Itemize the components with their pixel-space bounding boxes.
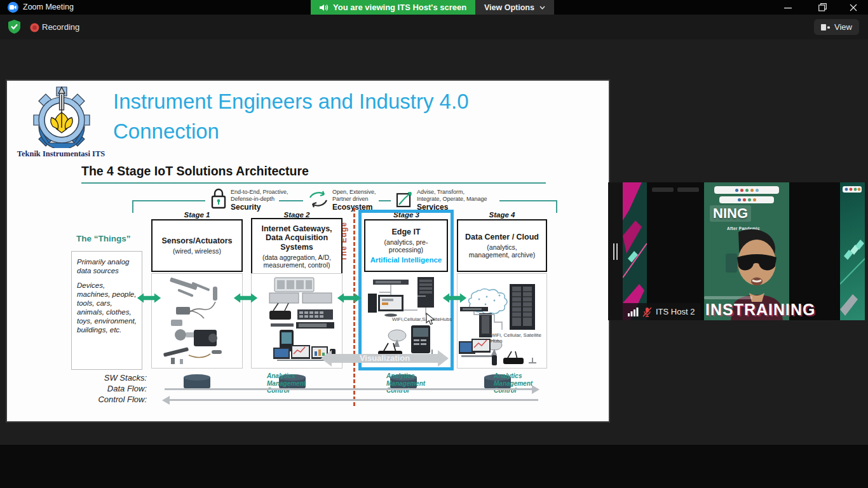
participant-name-label: ITS Host 2 (623, 303, 701, 320)
data-flow-label: Data Flow: (32, 384, 147, 393)
participant-name: ITS Host 2 (656, 307, 695, 316)
viewing-screen-banner: You are viewing ITS Host's screen (311, 0, 475, 15)
stage3-box: Edge IT (analytics, pre- processing) Art… (364, 219, 448, 272)
stage4-hubs-text: WiFi, Cellular, Satellite Hubs (491, 332, 546, 344)
pillar-desc: Open, Extensive, Partner driven (332, 189, 376, 202)
video-letterbox-right (789, 182, 840, 320)
stage-label: Stage 4 (457, 211, 547, 219)
stage-label: Stage 1 (151, 211, 243, 219)
view-button-label: View (834, 22, 852, 32)
things-box: Primarily analog data sources Devices, m… (71, 251, 142, 370)
stage-title: Internet Gateways, Data Acquisition Syst… (261, 224, 332, 252)
pillar-label: Security (231, 203, 261, 212)
bracket-line (132, 200, 133, 213)
heading-rule (81, 182, 546, 184)
restore-button[interactable] (808, 0, 837, 15)
pillar-desc: Advise, Transform, Integrate, Operate, M… (417, 189, 487, 202)
things-title: The “Things” (76, 234, 131, 243)
edge-divider-line (353, 208, 355, 406)
ecosystem-icon (308, 190, 329, 209)
bracket-line (556, 200, 557, 213)
stage1-devices-panel (151, 273, 243, 369)
meeting-info-bar: Recording View (0, 15, 868, 39)
its-logo (32, 85, 91, 148)
analytics-stack-label: Analytics Management Control (267, 372, 306, 395)
mouse-cursor (426, 313, 435, 325)
stage2-box: Internet Gateways, Data Acquisition Syst… (251, 218, 342, 275)
chevron-down-icon (539, 6, 545, 10)
flow-arrow-icon (136, 291, 162, 305)
things-para: Primarily analog data sources (77, 257, 137, 275)
bracket-line (132, 200, 205, 201)
bracket-line (379, 200, 391, 201)
recording-indicator-icon[interactable] (30, 23, 39, 32)
flow-arrow-icon (233, 291, 259, 305)
speaker-icon (320, 4, 329, 11)
view-layout-icon (821, 24, 830, 31)
webcam-view: NING After Pandemic (704, 182, 789, 320)
stage-subtitle: (analytics, management, archive) (469, 243, 535, 259)
title-bar: Zoom Meeting You are viewing ITS Host's … (0, 0, 868, 15)
slide-title: Instrument Engineers and Industry 4.0 Co… (113, 86, 558, 146)
view-options-button[interactable]: View Options (475, 0, 554, 15)
flow-arrow-icon (442, 291, 468, 305)
stage-title: Data Center / Cloud (465, 233, 539, 242)
video-letterbox-left (647, 182, 704, 320)
virtual-background-right (840, 182, 865, 320)
flow-arrow-icon (336, 291, 362, 305)
security-lock-icon (211, 188, 226, 209)
recording-label: Recording (42, 22, 79, 32)
view-options-label: View Options (484, 3, 534, 12)
minimize-button[interactable] (773, 0, 803, 15)
background-banner-text: NING (710, 205, 751, 222)
close-button[interactable] (839, 0, 868, 15)
sponsor-logos-strip (719, 196, 774, 203)
viewing-screen-banner-text: You are viewing ITS Host's screen (333, 3, 466, 12)
zoom-app-icon (8, 2, 18, 13)
meeting-toolbar: Unmute Start Video 320 Participants (0, 445, 868, 488)
control-flow-arrowhead (162, 396, 170, 405)
view-button[interactable]: View (814, 19, 859, 35)
bracket-line (499, 200, 557, 201)
virtual-background-left (623, 182, 647, 320)
sw-stacks-label: SW Stacks: (32, 373, 147, 383)
shared-screen-slide: Teknik Instrumentasi ITS Instrument Engi… (7, 81, 609, 421)
visualization-arrow: Visualization (321, 350, 449, 367)
stage4-devices-panel: WiFi, Cellular, Satellite Hubs (457, 273, 547, 369)
stage-title: Edge IT (391, 227, 420, 237)
stage1-devices-illustration (152, 274, 242, 368)
pillar-desc: End-to-End, Proactive, Defense-in-depth (231, 189, 288, 202)
things-para: Devices, machines, people, tools, cars, … (77, 281, 137, 334)
services-icon (396, 189, 415, 208)
stage3-hubs-text: WiFi,Cellular,SatelliteHubs (392, 316, 452, 322)
sponsor-logos-strip (714, 186, 779, 194)
encryption-shield-icon (8, 20, 20, 34)
stage-subtitle: (wired, wireless) (173, 247, 221, 255)
analytics-stack-label: Analytics Management Control (386, 372, 425, 395)
stage1-box: Sensors/Actuators (wired, wireless) (151, 219, 243, 272)
visualization-label: Visualization (321, 353, 449, 363)
participant-video-tile[interactable]: NING After Pandemic INSTRAINING (623, 182, 865, 320)
window-title: Zoom Meeting (23, 3, 74, 11)
control-flow-label: Control Flow: (32, 395, 147, 404)
control-flow-line (170, 399, 538, 401)
data-flow-arrowhead (532, 385, 539, 394)
analytics-stack-label: Analytics Management Control (494, 372, 532, 395)
stage-title: Sensors/Actuators (161, 236, 232, 246)
stage-subtitle: (data aggregation, A/D, measurement, con… (262, 254, 331, 269)
instraining-watermark: INSTRAINING (705, 301, 816, 319)
data-flow-line (165, 388, 532, 390)
stage-ai-label: Artificial Intelligence (370, 256, 442, 264)
stage4-box: Data Center / Cloud (analytics, manageme… (457, 219, 547, 272)
video-panel-collapse-handle[interactable] (608, 182, 623, 320)
diagram-heading: The 4 Stage IoT Solutions Architecture (81, 164, 309, 179)
muted-mic-icon (642, 307, 652, 317)
stage-subtitle: (analytics, pre- processing) (384, 238, 428, 254)
signal-bars-icon (628, 308, 639, 316)
org-caption: Teknik Instrumentasi ITS (10, 149, 112, 159)
stage4-devices-illustration (458, 274, 546, 368)
background-caption-bar (704, 296, 752, 299)
